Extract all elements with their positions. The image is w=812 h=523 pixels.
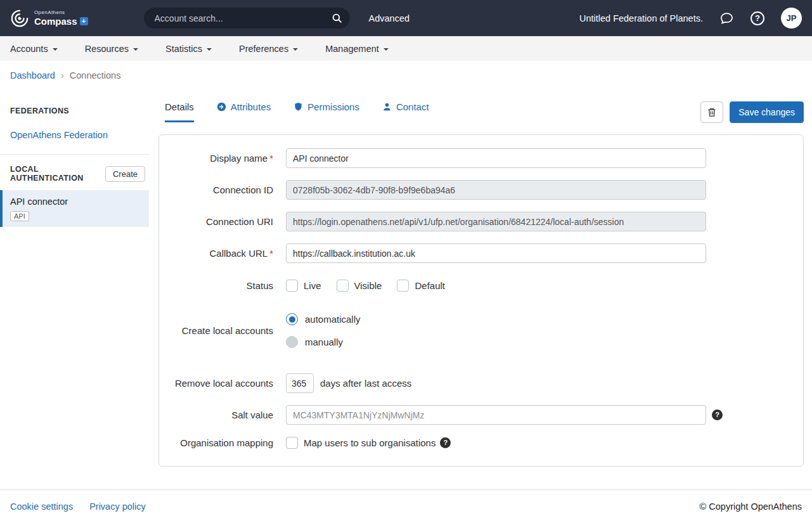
connection-id-label: Connection ID: [165, 184, 273, 195]
nav-statistics-label: Statistics: [165, 44, 202, 54]
advanced-search-link[interactable]: Advanced: [369, 13, 410, 23]
content: FEDERATIONS OpenAthens Federation LOCAL …: [0, 86, 812, 489]
status-default-checkbox[interactable]: [397, 280, 409, 292]
logo-openathens-text: OpenAthens: [34, 10, 88, 15]
form-row-display-name: Display name*: [159, 148, 803, 168]
nav-accounts[interactable]: Accounts: [10, 44, 58, 54]
tab-contact[interactable]: Contact: [382, 101, 429, 122]
automatically-label: automatically: [305, 314, 361, 325]
remove-days-input[interactable]: [286, 373, 314, 393]
status-label: Status: [165, 280, 273, 291]
organisation-mapping-checkbox-label: Map users to sub organisations: [304, 437, 435, 448]
salt-value-input[interactable]: [286, 405, 706, 425]
main-panel: Details Attributes P: [149, 86, 812, 467]
callback-url-input[interactable]: [286, 243, 706, 263]
delete-button[interactable]: [700, 101, 723, 123]
organisation-mapping-help-icon[interactable]: [440, 437, 451, 448]
connection-uri-label: Connection URI: [165, 216, 273, 227]
local-auth-header: LOCAL AUTHENTICATION Create: [0, 165, 149, 183]
logo-text: OpenAthens Compass: [34, 10, 88, 26]
nav-resources[interactable]: Resources: [85, 44, 138, 54]
sidebar-item-openathens-federation[interactable]: OpenAthens Federation: [0, 130, 149, 140]
account-search: [144, 8, 350, 29]
salt-value-label: Salt value: [165, 410, 273, 420]
breadcrumb-dashboard[interactable]: Dashboard: [10, 70, 55, 81]
organisation-mapping-checkbox[interactable]: [286, 437, 298, 449]
caret-down-icon: [207, 48, 212, 51]
remove-days-suffix: days after last access: [320, 378, 411, 389]
search-input[interactable]: [153, 13, 328, 24]
nav-preferences-label: Preferences: [239, 44, 288, 54]
breadcrumb: Dashboard › Connections: [0, 61, 812, 86]
connection-title: API connector: [10, 197, 141, 207]
user-icon: [382, 102, 392, 112]
arrow-circle-icon: [217, 102, 226, 112]
breadcrumb-connections: Connections: [70, 70, 121, 81]
tab-details-label: Details: [165, 101, 194, 112]
footer: Cookie settings Privacy policy © Copyrig…: [0, 489, 812, 523]
form-row-connection-id: Connection ID: [159, 180, 803, 200]
chat-icon[interactable]: [719, 11, 734, 25]
sidebar: FEDERATIONS OpenAthens Federation LOCAL …: [0, 86, 149, 227]
openathens-swirl-icon: [10, 9, 29, 28]
local-auth-heading: LOCAL AUTHENTICATION: [10, 165, 105, 183]
page: OpenAthens Compass Advanced Untitled Fed…: [0, 0, 812, 523]
top-header: OpenAthens Compass Advanced Untitled Fed…: [0, 0, 812, 36]
required-marker: *: [269, 248, 273, 259]
remove-local-accounts-label: Remove local accounts: [165, 378, 273, 389]
logo-plus-icon: [80, 17, 88, 25]
caret-down-icon: [133, 48, 138, 51]
federations-heading: FEDERATIONS: [0, 107, 149, 115]
nav-statistics[interactable]: Statistics: [165, 44, 212, 54]
form-row-create-local-accounts: Create local accounts automatically manu…: [159, 313, 803, 348]
tab-permissions[interactable]: Permissions: [293, 101, 359, 122]
app-logo[interactable]: OpenAthens Compass: [10, 9, 88, 28]
caret-down-icon: [293, 48, 298, 51]
user-avatar[interactable]: JP: [781, 8, 802, 29]
create-connection-button[interactable]: Create: [105, 166, 145, 182]
status-visible-checkbox[interactable]: [337, 280, 349, 292]
copyright-text: © Copyright OpenAthens: [700, 501, 802, 512]
display-name-input[interactable]: [286, 148, 706, 168]
save-changes-button[interactable]: Save changes: [730, 101, 804, 123]
salt-help-icon[interactable]: [712, 410, 723, 420]
topbar-right: Untitled Federation of Planets. JP: [579, 8, 802, 29]
question-circle-icon: [751, 11, 764, 25]
status-live-checkbox[interactable]: [286, 280, 298, 292]
shield-icon: [293, 102, 303, 112]
tab-details[interactable]: Details: [165, 101, 194, 122]
toolbar-actions: Save changes: [700, 101, 804, 123]
display-name-label: Display name*: [165, 153, 273, 164]
status-visible-label: Visible: [354, 280, 382, 291]
sidebar-item-api-connector[interactable]: API connector API: [0, 190, 149, 227]
sidebar-divider: [0, 154, 149, 155]
connection-type-badge: API: [10, 211, 29, 221]
connection-id-input: [286, 180, 706, 200]
nav-management[interactable]: Management: [325, 44, 389, 54]
create-local-accounts-label: Create local accounts: [165, 325, 273, 336]
form-row-connection-uri: Connection URI: [159, 212, 803, 231]
nav-preferences[interactable]: Preferences: [239, 44, 298, 54]
help-icon[interactable]: [751, 11, 764, 25]
privacy-policy-link[interactable]: Privacy policy: [89, 501, 146, 512]
search-icon[interactable]: [328, 10, 346, 27]
connection-uri-input: [286, 212, 706, 231]
status-default-label: Default: [415, 280, 445, 291]
tab-contact-label: Contact: [396, 101, 429, 112]
tab-attributes[interactable]: Attributes: [217, 101, 271, 122]
footer-links: Cookie settings Privacy policy: [10, 501, 146, 512]
logo-compass-text: Compass: [34, 16, 77, 26]
trash-icon: [707, 107, 717, 117]
tabs-row: Details Attributes P: [158, 101, 804, 123]
callback-url-label: Callback URL*: [165, 248, 273, 259]
federation-name: Untitled Federation of Planets.: [579, 13, 703, 23]
nav-management-label: Management: [325, 44, 379, 54]
tab-permissions-label: Permissions: [307, 101, 359, 112]
organisation-mapping-label: Organisation mapping: [165, 437, 273, 448]
create-accounts-automatically-radio[interactable]: [286, 313, 298, 325]
nav-accounts-label: Accounts: [10, 44, 48, 54]
cookie-settings-link[interactable]: Cookie settings: [10, 501, 73, 512]
create-accounts-manually-radio[interactable]: [286, 336, 298, 348]
form-row-callback-url: Callback URL*: [159, 243, 803, 263]
required-marker: *: [269, 153, 273, 164]
